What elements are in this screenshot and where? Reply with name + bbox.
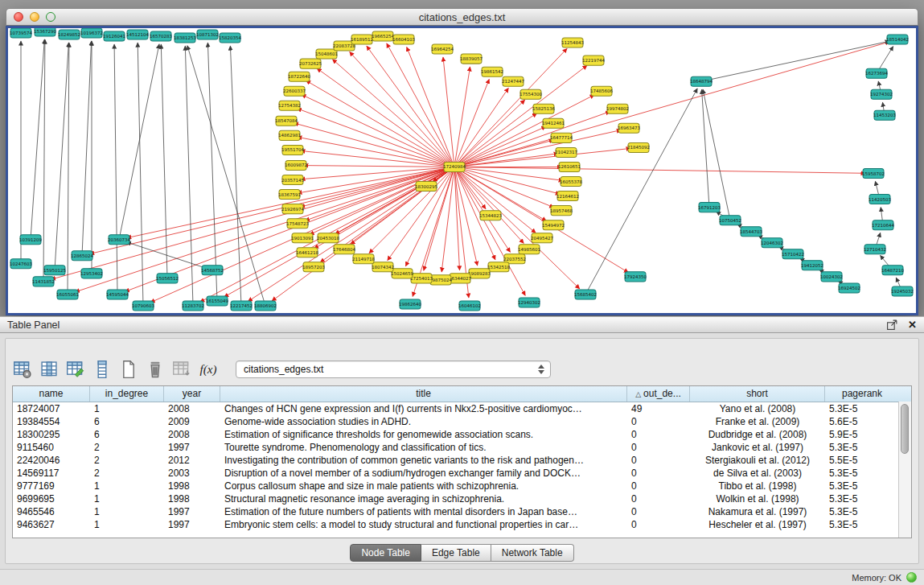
table-row[interactable]: 1938455462009Genome-wide association stu… <box>13 415 899 428</box>
table-row[interactable]: 946554611997Estimation of the future num… <box>13 505 899 518</box>
cell-out_degree[interactable]: 0 <box>627 505 690 518</box>
cell-in_degree[interactable]: 1 <box>90 492 164 505</box>
network-node[interactable]: 16055061 <box>56 290 79 299</box>
network-node[interactable]: 15685402 <box>574 290 597 299</box>
close-button[interactable] <box>14 12 23 22</box>
network-node[interactable]: 16046102 <box>458 301 481 311</box>
edit-table-button[interactable] <box>65 359 86 380</box>
network-node[interactable]: 19665254 <box>372 31 394 41</box>
network-node[interactable]: 16604103 <box>392 35 415 44</box>
column-header-short[interactable]: short <box>690 386 825 402</box>
network-node[interactable]: 12754382 <box>278 101 301 110</box>
cell-title[interactable]: Tourette syndrome. Phenomenology and cla… <box>220 441 627 454</box>
cell-title[interactable]: Changes of HCN gene expression and I(f) … <box>220 402 627 415</box>
network-node[interactable]: 15950125 <box>43 266 66 275</box>
network-node[interactable]: 21149718 <box>352 254 375 264</box>
network-node[interactable]: 18957468 <box>550 206 573 216</box>
network-node[interactable]: 12710432 <box>864 245 886 254</box>
column-header-in_degree[interactable]: in_degree <box>90 386 164 402</box>
network-node[interactable]: 20453018 <box>317 233 339 243</box>
network-node[interactable]: 22600337 <box>283 86 306 96</box>
network-node[interactable]: 12610651 <box>558 162 581 171</box>
cell-name[interactable]: 22420046 <box>13 454 90 467</box>
network-node[interactable]: 19974802 <box>606 104 629 113</box>
network-node[interactable]: 18300295 <box>415 182 437 192</box>
cell-pagerank[interactable]: 5.3E-5 <box>825 402 899 415</box>
network-node[interactable]: 10871302 <box>196 30 219 39</box>
tab-node-table[interactable]: Node Table <box>350 544 421 562</box>
network-node[interactable]: 12865024 <box>71 251 93 261</box>
cell-short[interactable]: Wolkin et al. (1998) <box>690 492 825 505</box>
network-node[interactable]: 16964254 <box>431 44 454 54</box>
network-node[interactable]: 15056512 <box>156 274 179 283</box>
cell-title[interactable]: Investigating the contribution of common… <box>220 454 627 467</box>
network-node[interactable]: 18806902 <box>254 301 277 311</box>
window-titlebar[interactable]: citations_edges.txt <box>6 8 918 26</box>
network-node[interactable]: 18957203 <box>302 262 325 272</box>
network-node[interactable]: 15958702 <box>862 168 885 178</box>
network-node[interactable]: 16924502 <box>838 283 860 293</box>
network-node[interactable]: 12217452 <box>230 301 253 311</box>
cell-short[interactable]: de Silva et al. (2003) <box>690 467 825 480</box>
network-node[interactable]: 19126041 <box>103 31 125 41</box>
network-node[interactable]: 10024302 <box>820 272 843 282</box>
cell-short[interactable]: Jankovic et al. (1997) <box>690 441 825 454</box>
cell-pagerank[interactable]: 5.5E-5 <box>825 454 899 467</box>
cell-year[interactable]: 1997 <box>164 505 220 518</box>
network-node[interactable]: 17646804 <box>333 245 355 254</box>
cell-in_degree[interactable]: 6 <box>90 415 164 428</box>
cell-year[interactable]: 2009 <box>164 415 220 428</box>
network-node[interactable]: 15024659 <box>391 269 413 278</box>
network-canvas[interactable]: 1724098418722640226003371275438218547084… <box>8 28 916 313</box>
scrollbar-thumb[interactable] <box>901 404 909 454</box>
network-node[interactable]: 17485606 <box>590 86 613 96</box>
cell-short[interactable]: Dudbridge et al. (2008) <box>690 428 825 441</box>
cell-in_degree[interactable]: 1 <box>90 480 164 492</box>
network-node[interactable]: 19875024 <box>429 275 452 285</box>
network-node[interactable]: 20495427 <box>531 233 553 243</box>
cell-out_degree[interactable]: 0 <box>627 480 690 492</box>
column-header-out_degree[interactable]: △out_de... <box>627 386 690 402</box>
cell-pagerank[interactable]: 5.3E-5 <box>825 441 899 454</box>
network-node[interactable]: 18514042 <box>886 35 909 44</box>
network-node[interactable]: 15344823 <box>479 211 502 220</box>
network-node[interactable]: 16477714 <box>550 133 573 142</box>
network-node[interactable]: 15367290 <box>34 28 56 36</box>
network-node[interactable]: 10750452 <box>719 216 741 225</box>
network-edges[interactable] <box>21 39 902 306</box>
table-row[interactable]: 977716911998Corpus callosum shape and si… <box>13 480 899 492</box>
network-node[interactable]: 19861542 <box>481 67 503 76</box>
cell-out_degree[interactable]: 0 <box>627 467 690 480</box>
network-node[interactable]: 19274302 <box>870 89 893 99</box>
new-column-button[interactable] <box>118 359 139 380</box>
cell-name[interactable]: 18724007 <box>13 402 90 415</box>
table-row[interactable]: 1456911722003Disruption of a novel membe… <box>13 467 899 480</box>
cell-name[interactable]: 9465546 <box>13 505 90 518</box>
cell-name[interactable]: 9777169 <box>13 480 90 492</box>
cell-title[interactable]: Corpus callosum shape and size in male p… <box>220 480 627 492</box>
network-node[interactable]: 10790603 <box>132 301 154 311</box>
network-node[interactable]: 18544703 <box>740 227 762 237</box>
network-node[interactable]: 19412052 <box>801 261 823 270</box>
cell-year[interactable]: 2003 <box>164 467 220 480</box>
network-node[interactable]: 18249852 <box>58 30 80 39</box>
cell-name[interactable]: 9463627 <box>13 518 90 531</box>
network-graph[interactable]: 1724098418722640226003371275438218547084… <box>8 28 916 313</box>
table-panel-titlebar[interactable]: Table Panel ✕ <box>0 316 924 333</box>
network-node[interactable]: 19551704 <box>281 145 304 154</box>
network-node[interactable]: 21845092 <box>627 142 650 152</box>
tab-edge-table[interactable]: Edge Table <box>421 544 491 562</box>
table-selector-combobox[interactable]: citations_edges.txt <box>236 360 551 378</box>
table-row[interactable]: 1872400712008Changes of HCN gene express… <box>13 402 899 415</box>
cell-out_degree[interactable]: 0 <box>627 518 690 531</box>
network-node[interactable]: 16461218 <box>296 248 318 257</box>
cell-pagerank[interactable]: 5.3E-5 <box>825 480 899 492</box>
cell-name[interactable]: 14569117 <box>13 467 90 480</box>
network-node[interactable]: 14568752 <box>201 266 224 275</box>
cell-year[interactable]: 2008 <box>164 428 220 441</box>
cell-year[interactable]: 1998 <box>164 492 220 505</box>
network-node[interactable]: 18547084 <box>275 116 298 126</box>
network-node[interactable]: 17554300 <box>519 89 542 99</box>
network-node[interactable]: 18722640 <box>288 72 310 81</box>
network-node[interactable]: 11283702 <box>182 301 204 311</box>
